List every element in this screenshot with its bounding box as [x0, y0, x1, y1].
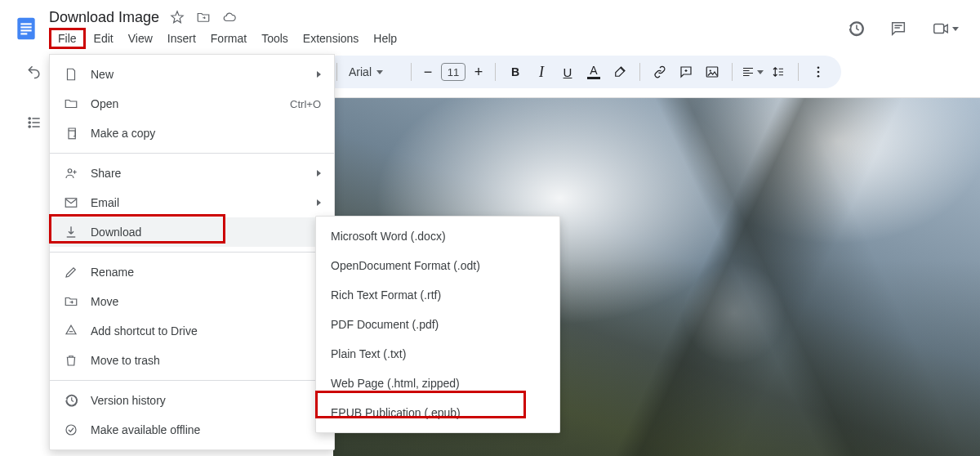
file-menu-label: Make available offline — [91, 423, 200, 436]
doc-title[interactable]: Download Image — [49, 9, 159, 26]
toolbar-overflow-button[interactable] — [807, 60, 830, 83]
email-icon — [63, 194, 79, 211]
svg-rect-1 — [20, 23, 31, 25]
align-button[interactable] — [741, 60, 764, 83]
offline-icon — [63, 422, 79, 438]
svg-point-12 — [29, 118, 30, 119]
file-menu-label: Move — [91, 295, 118, 308]
file-menu-label: Add shortcut to Drive — [91, 324, 198, 338]
menu-extensions[interactable]: Extensions — [296, 29, 365, 48]
svg-rect-4 — [20, 33, 27, 34]
insert-image-button[interactable] — [701, 60, 724, 83]
bold-button[interactable]: B — [504, 60, 527, 83]
trash-icon — [63, 352, 79, 369]
copy-icon — [63, 125, 79, 141]
svg-point-19 — [66, 425, 76, 435]
svg-point-14 — [29, 126, 30, 127]
file-menu-open[interactable]: Open Ctrl+O — [50, 89, 334, 118]
file-menu-label: Move to trash — [91, 354, 160, 367]
font-size-decrease[interactable]: − — [420, 62, 436, 82]
file-menu-make-copy[interactable]: Make a copy — [50, 118, 334, 148]
star-icon[interactable] — [169, 9, 185, 25]
font-family-select[interactable]: Arial — [345, 65, 403, 78]
file-menu-label: New — [91, 68, 114, 81]
svg-point-16 — [68, 169, 72, 173]
file-menu-label: Open — [91, 97, 118, 110]
file-menu-label: Download — [91, 226, 141, 239]
download-odt[interactable]: OpenDocument Format (.odt) — [316, 251, 559, 280]
line-spacing-button[interactable] — [767, 60, 790, 83]
undo-button[interactable] — [18, 56, 51, 88]
file-menu-dropdown: New Open Ctrl+O Make a copy Share Email … — [49, 54, 335, 450]
history-icon[interactable] — [846, 19, 866, 38]
chevron-down-icon — [952, 27, 959, 31]
font-size-input[interactable]: 11 — [441, 63, 466, 81]
file-menu-offline[interactable]: Make available offline — [50, 415, 334, 445]
meet-button[interactable] — [931, 19, 959, 38]
shortcut-label: Ctrl+O — [290, 98, 321, 110]
font-size-increase[interactable]: + — [470, 62, 487, 82]
font-family-value: Arial — [349, 65, 372, 78]
menu-insert[interactable]: Insert — [161, 29, 203, 48]
text-color-letter: A — [590, 65, 597, 76]
share-person-icon — [63, 165, 79, 181]
add-comment-button[interactable] — [675, 60, 697, 83]
svg-rect-6 — [934, 25, 944, 34]
cloud-status-icon[interactable] — [221, 9, 238, 25]
file-menu-email[interactable]: Email — [50, 188, 334, 217]
file-menu-trash[interactable]: Move to trash — [50, 346, 334, 375]
file-menu-share[interactable]: Share — [50, 159, 334, 188]
submenu-arrow-icon — [317, 170, 321, 177]
menu-tools[interactable]: Tools — [255, 29, 295, 48]
move-to-folder-icon[interactable] — [195, 9, 212, 25]
menubar: File Edit View Insert Format Tools Exten… — [49, 28, 403, 49]
svg-point-11 — [817, 75, 820, 78]
submenu-arrow-icon — [317, 199, 321, 206]
svg-rect-0 — [17, 18, 34, 40]
document-outline-button[interactable] — [18, 106, 51, 139]
toolbar: Arial − 11 + B I U A — [320, 56, 841, 88]
drive-shortcut-icon — [63, 323, 79, 339]
menu-format[interactable]: Format — [204, 29, 253, 48]
text-color-button[interactable]: A — [582, 60, 605, 83]
file-menu-label: Version history — [91, 394, 166, 407]
file-menu-rename[interactable]: Rename — [50, 257, 334, 287]
file-menu-label: Email — [91, 196, 119, 209]
menu-help[interactable]: Help — [367, 29, 403, 48]
download-html[interactable]: Web Page (.html, zipped) — [316, 369, 559, 398]
comments-icon[interactable] — [889, 19, 908, 38]
file-menu-move[interactable]: Move — [50, 287, 334, 316]
menu-file[interactable]: File — [49, 28, 86, 49]
download-txt[interactable]: Plain Text (.txt) — [316, 339, 559, 369]
underline-button[interactable]: U — [556, 60, 579, 83]
download-icon — [63, 224, 79, 240]
svg-rect-15 — [69, 131, 75, 139]
download-epub[interactable]: EPUB Publication (.epub) — [316, 398, 559, 427]
file-menu-new[interactable]: New — [50, 60, 334, 89]
chevron-down-icon — [757, 70, 764, 74]
svg-point-8 — [710, 69, 711, 71]
menu-edit[interactable]: Edit — [87, 29, 120, 48]
menu-view[interactable]: View — [122, 29, 159, 48]
file-menu-label: Share — [91, 167, 121, 180]
download-pdf[interactable]: PDF Document (.pdf) — [316, 310, 559, 339]
folder-open-icon — [63, 96, 79, 112]
insert-link-button[interactable] — [648, 60, 671, 83]
file-menu-version-history[interactable]: Version history — [50, 386, 334, 415]
svg-point-13 — [29, 122, 30, 123]
file-menu-label: Make a copy — [91, 127, 155, 140]
download-submenu: Microsoft Word (.docx) OpenDocument Form… — [315, 216, 560, 433]
svg-point-9 — [817, 66, 820, 69]
download-rtf[interactable]: Rich Text Format (.rtf) — [316, 280, 559, 310]
pencil-icon — [63, 264, 79, 280]
file-blank-icon — [63, 66, 79, 83]
italic-button[interactable]: I — [530, 60, 553, 83]
file-menu-add-shortcut[interactable]: Add shortcut to Drive — [50, 316, 334, 346]
folder-move-icon — [63, 293, 79, 310]
docs-logo[interactable] — [11, 14, 41, 43]
chevron-down-icon — [376, 70, 383, 74]
highlight-button[interactable] — [608, 60, 631, 83]
history-icon — [63, 392, 79, 409]
download-docx[interactable]: Microsoft Word (.docx) — [316, 221, 559, 251]
file-menu-download[interactable]: Download — [50, 217, 334, 247]
